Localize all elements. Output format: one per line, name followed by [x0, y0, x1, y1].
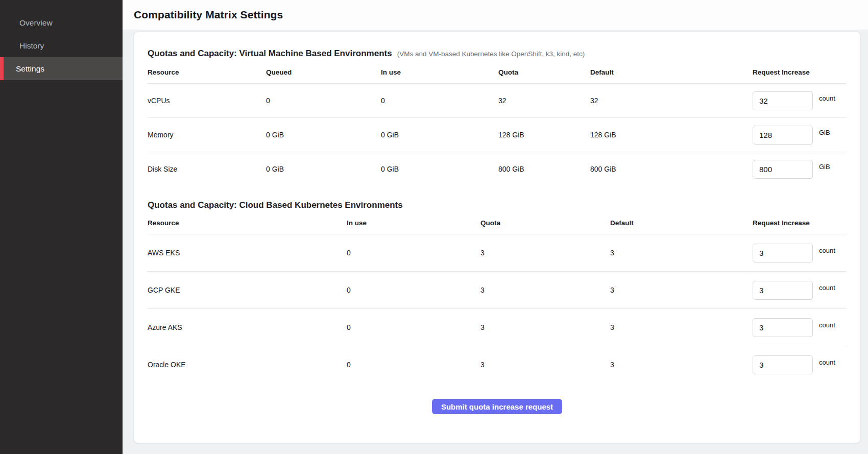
column-header-resource: Resource	[148, 68, 266, 76]
default-value: 3	[610, 249, 753, 257]
resource-label: Disk Size	[148, 165, 266, 173]
resource-label: AWS EKS	[148, 249, 347, 257]
unit-label: count	[819, 247, 835, 254]
column-header-in-use: In use	[381, 68, 498, 76]
column-header-request-increase: Request Increase	[753, 219, 847, 227]
submit-quota-increase-button[interactable]: Submit quota increase request	[432, 399, 562, 414]
request-increase-cell: count	[753, 281, 847, 300]
request-increase-input-vcpus[interactable]	[753, 91, 813, 110]
request-increase-input-azure-aks[interactable]	[753, 318, 813, 337]
vm-section-subtitle: (VMs and VM-based Kubernetes like OpenSh…	[397, 50, 585, 58]
default-value: 3	[610, 286, 753, 294]
column-header-queued: Queued	[266, 68, 381, 76]
unit-label: count	[819, 284, 835, 292]
in-use-value: 0 GiB	[381, 165, 498, 173]
table-row-memory: Memory 0 GiB 0 GiB 128 GiB 128 GiB GiB	[148, 117, 847, 152]
quota-value: 3	[480, 286, 610, 294]
request-increase-input-disk-size[interactable]	[753, 160, 813, 179]
table-row-disk-size: Disk Size 0 GiB 0 GiB 800 GiB 800 GiB Gi…	[148, 152, 847, 186]
in-use-value: 0	[347, 323, 480, 331]
k8s-table-header: Resource In use Quota Default Request In…	[148, 211, 847, 234]
quota-value: 3	[480, 323, 610, 331]
resource-label: vCPUs	[148, 97, 266, 105]
unit-label: GiB	[819, 129, 830, 136]
default-value: 3	[610, 361, 753, 369]
in-use-value: 0	[347, 249, 480, 257]
request-increase-cell: GiB	[753, 160, 847, 179]
k8s-section-header: Quotas and Capacity: Cloud Based Kuberne…	[148, 200, 847, 210]
sidebar-item-settings[interactable]: Settings	[0, 57, 123, 80]
quota-value: 800 GiB	[498, 165, 590, 173]
default-value: 3	[610, 323, 753, 331]
sidebar: Overview History Settings	[0, 0, 123, 454]
default-value: 800 GiB	[590, 165, 753, 173]
column-header-resource: Resource	[148, 219, 347, 227]
vm-section-header: Quotas and Capacity: Virtual Machine Bas…	[148, 49, 847, 59]
quota-value: 32	[498, 97, 590, 105]
request-increase-input-oracle-oke[interactable]	[753, 355, 813, 374]
default-value: 128 GiB	[590, 131, 753, 139]
unit-label: count	[819, 359, 835, 366]
column-header-default: Default	[610, 219, 753, 227]
column-header-quota: Quota	[480, 219, 610, 227]
in-use-value: 0	[347, 361, 480, 369]
in-use-value: 0	[381, 97, 498, 105]
in-use-value: 0 GiB	[381, 131, 498, 139]
table-row-vcpus: vCPUs 0 0 32 32 count	[148, 83, 847, 117]
topbar: Compatibility Matrix Settings	[123, 0, 868, 30]
resource-label: Memory	[148, 131, 266, 139]
column-header-quota: Quota	[498, 68, 590, 76]
app-window: Overview History Settings Compatibility …	[0, 0, 868, 454]
main-content: Compatibility Matrix Settings Quotas and…	[123, 0, 868, 454]
k8s-section-title: Quotas and Capacity: Cloud Based Kuberne…	[148, 200, 403, 210]
in-use-value: 0	[347, 286, 480, 294]
resource-label: Oracle OKE	[148, 361, 347, 369]
quota-value: 128 GiB	[498, 131, 590, 139]
unit-label: GiB	[819, 163, 830, 171]
request-increase-cell: count	[753, 355, 847, 374]
table-row-aws-eks: AWS EKS 0 3 3 count	[148, 234, 847, 271]
resource-label: GCP GKE	[148, 286, 347, 294]
unit-label: count	[819, 94, 835, 102]
page-title: Compatibility Matrix Settings	[134, 9, 283, 21]
table-row-oracle-oke: Oracle OKE 0 3 3 count	[148, 346, 847, 383]
sidebar-item-history[interactable]: History	[0, 34, 123, 57]
sidebar-item-overview[interactable]: Overview	[0, 11, 123, 34]
request-increase-cell: GiB	[753, 126, 847, 145]
submit-row: Submit quota increase request	[148, 399, 847, 414]
column-header-default: Default	[590, 68, 753, 76]
column-header-request-increase: Request Increase	[753, 68, 847, 76]
request-increase-cell: count	[753, 318, 847, 337]
request-increase-input-gcp-gke[interactable]	[753, 281, 813, 300]
table-row-azure-aks: Azure AKS 0 3 3 count	[148, 308, 847, 346]
quota-value: 3	[480, 361, 610, 369]
unit-label: count	[819, 321, 835, 329]
table-row-gcp-gke: GCP GKE 0 3 3 count	[148, 271, 847, 308]
queued-value: 0 GiB	[266, 131, 381, 139]
queued-value: 0 GiB	[266, 165, 381, 173]
resource-label: Azure AKS	[148, 323, 347, 331]
request-increase-input-memory[interactable]	[753, 126, 813, 145]
request-increase-cell: count	[753, 91, 847, 110]
quota-value: 3	[480, 249, 610, 257]
queued-value: 0	[266, 97, 381, 105]
settings-card: Quotas and Capacity: Virtual Machine Bas…	[134, 32, 860, 443]
vm-section-title: Quotas and Capacity: Virtual Machine Bas…	[148, 49, 392, 59]
request-increase-cell: count	[753, 244, 847, 262]
vm-table-header: Resource Queued In use Quota Default Req…	[148, 61, 847, 83]
column-header-in-use: In use	[347, 219, 480, 227]
request-increase-input-aws-eks[interactable]	[753, 244, 813, 262]
default-value: 32	[590, 97, 753, 105]
